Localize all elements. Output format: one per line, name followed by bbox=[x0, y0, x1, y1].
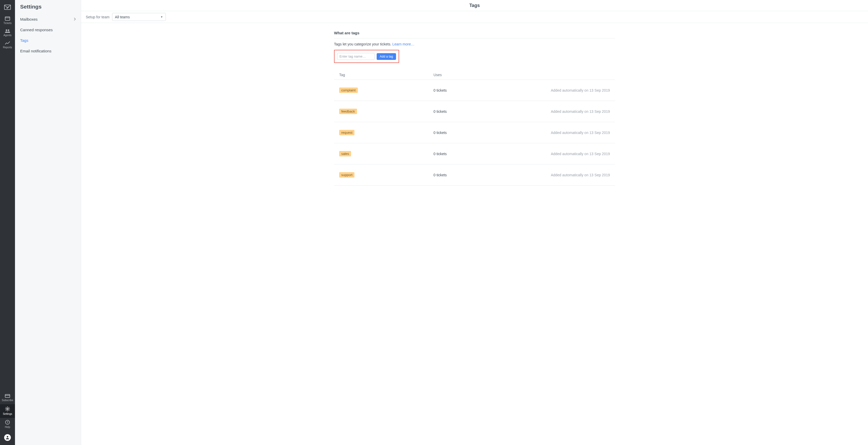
tag-uses: 0 tickets bbox=[433, 88, 495, 93]
nav-rail: Tickets Agents Reports Subscribe Setting… bbox=[0, 0, 15, 445]
svg-point-3 bbox=[6, 29, 7, 31]
main-area: Tags Setup for team All teams ▼ What are… bbox=[81, 0, 868, 445]
tag-note: Added automatically on 13 Sep 2019 bbox=[495, 88, 610, 93]
svg-rect-1 bbox=[5, 17, 10, 21]
user-avatar[interactable] bbox=[4, 434, 11, 441]
settings-submenu: Settings Mailboxes Canned responses Tags… bbox=[15, 0, 81, 445]
section-heading: What are tags bbox=[334, 31, 615, 35]
tag-note: Added automatically on 13 Sep 2019 bbox=[495, 173, 610, 177]
tag-uses: 0 tickets bbox=[433, 131, 495, 135]
chevron-down-icon: ▼ bbox=[160, 15, 163, 18]
tag-row[interactable]: support 0 tickets Added automatically on… bbox=[334, 164, 615, 185]
nav-help[interactable]: ? Help bbox=[0, 418, 15, 431]
tag-name-input[interactable] bbox=[337, 53, 375, 60]
tag-uses: 0 tickets bbox=[433, 109, 495, 113]
tag-chip: sales bbox=[339, 151, 351, 157]
submenu-item-label: Mailboxes bbox=[20, 17, 38, 22]
learn-more-link[interactable]: Learn more… bbox=[393, 42, 414, 46]
submenu-item-label: Tags bbox=[20, 38, 28, 43]
add-tag-highlight: Add a tag bbox=[334, 50, 399, 63]
tag-chip: feedback bbox=[339, 109, 357, 114]
nav-reports[interactable]: Reports bbox=[0, 39, 15, 52]
tags-table-header: Tag Uses bbox=[334, 70, 615, 80]
svg-point-4 bbox=[8, 29, 9, 31]
nav-agents[interactable]: Agents bbox=[0, 27, 15, 39]
tag-uses: 0 tickets bbox=[433, 173, 495, 177]
ticket-icon bbox=[5, 16, 10, 21]
submenu-item-tags[interactable]: Tags bbox=[15, 35, 81, 46]
team-select-value: All teams bbox=[115, 15, 130, 19]
nav-help-label: Help bbox=[5, 425, 10, 429]
submenu-title: Settings bbox=[15, 0, 81, 14]
filter-label: Setup for team bbox=[86, 15, 110, 19]
nav-settings-label: Settings bbox=[3, 412, 12, 415]
submenu-item-canned-responses[interactable]: Canned responses bbox=[15, 25, 81, 35]
svg-text:?: ? bbox=[7, 421, 8, 424]
tag-note: Added automatically on 13 Sep 2019 bbox=[495, 131, 610, 135]
nav-subscribe[interactable]: Subscribe bbox=[0, 392, 15, 404]
tag-row[interactable]: sales 0 tickets Added automatically on 1… bbox=[334, 143, 615, 164]
submenu-item-label: Email notifications bbox=[20, 49, 52, 53]
submenu-item-email-notifications[interactable]: Email notifications bbox=[15, 46, 81, 56]
svg-point-7 bbox=[7, 408, 8, 410]
col-uses-header: Uses bbox=[433, 73, 495, 77]
page-title: Tags bbox=[81, 0, 868, 11]
nav-tickets[interactable]: Tickets bbox=[0, 14, 15, 27]
submenu-item-label: Canned responses bbox=[20, 28, 53, 32]
tag-row[interactable]: request 0 tickets Added automatically on… bbox=[334, 122, 615, 143]
team-select[interactable]: All teams ▼ bbox=[112, 13, 166, 21]
tag-note: Added automatically on 13 Sep 2019 bbox=[495, 109, 610, 113]
svg-rect-5 bbox=[5, 395, 10, 398]
nav-reports-label: Reports bbox=[3, 46, 12, 49]
add-tag-button[interactable]: Add a tag bbox=[377, 53, 396, 60]
nav-subscribe-label: Subscribe bbox=[2, 399, 13, 402]
gear-icon bbox=[5, 406, 10, 411]
tag-uses: 0 tickets bbox=[433, 152, 495, 156]
person-icon bbox=[5, 436, 9, 440]
nav-agents-label: Agents bbox=[3, 34, 11, 37]
nav-settings[interactable]: Settings bbox=[0, 404, 15, 418]
tag-note: Added automatically on 13 Sep 2019 bbox=[495, 152, 610, 156]
tags-description: Tags let you categorize your tickets. Le… bbox=[334, 42, 615, 46]
description-text: Tags let you categorize your tickets. bbox=[334, 42, 393, 46]
reports-icon bbox=[5, 41, 10, 45]
col-tag-header: Tag bbox=[339, 73, 433, 77]
submenu-item-mailboxes[interactable]: Mailboxes bbox=[15, 14, 81, 25]
filter-bar: Setup for team All teams ▼ bbox=[81, 11, 868, 23]
nav-tickets-label: Tickets bbox=[3, 22, 11, 25]
help-icon: ? bbox=[5, 420, 10, 424]
agents-icon bbox=[5, 29, 10, 33]
envelope-check-icon bbox=[4, 5, 11, 10]
divider bbox=[334, 38, 615, 38]
content: What are tags Tags let you categorize yo… bbox=[319, 23, 629, 193]
tag-chip: complaint bbox=[339, 88, 358, 93]
tag-chip: request bbox=[339, 130, 354, 135]
tag-row[interactable]: complaint 0 tickets Added automatically … bbox=[334, 80, 615, 101]
svg-point-10 bbox=[7, 436, 8, 438]
chevron-right-icon bbox=[74, 17, 76, 22]
tag-chip: support bbox=[339, 172, 354, 178]
tag-row[interactable]: feedback 0 tickets Added automatically o… bbox=[334, 101, 615, 122]
card-icon bbox=[5, 394, 10, 398]
app-logo bbox=[0, 2, 15, 13]
